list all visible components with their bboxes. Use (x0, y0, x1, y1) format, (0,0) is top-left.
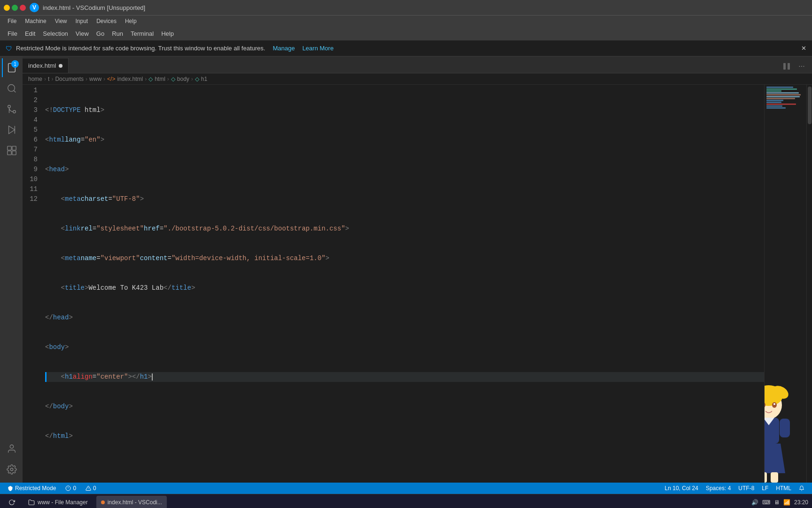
breadcrumb-home[interactable]: home (28, 76, 42, 82)
code-line-7: <title>Welcome To K423 Lab</title> (45, 283, 764, 293)
vm-menu-machine[interactable]: Machine (21, 17, 50, 25)
activity-settings[interactable] (2, 460, 21, 479)
bell-icon (799, 485, 804, 491)
vm-menu-help[interactable]: Help (121, 17, 141, 25)
menu-run[interactable]: Run (108, 28, 127, 39)
taskbar-refresh[interactable] (4, 496, 20, 508)
banner-close-button[interactable]: ✕ (801, 45, 806, 52)
editor-scrollbar[interactable] (806, 85, 812, 483)
menu-selection[interactable]: Selection (39, 28, 71, 39)
activity-explorer[interactable]: 1 (2, 58, 21, 77)
taskbar-display[interactable]: 🖥 (774, 499, 780, 506)
errors-status[interactable]: 0 (62, 485, 80, 492)
breadcrumb-documents[interactable]: Documents (55, 76, 84, 82)
code-line-3: <head> (45, 165, 764, 175)
menu-terminal[interactable]: Terminal (127, 28, 157, 39)
file-manager-label: www - File Manager (38, 499, 88, 506)
split-editor-button[interactable] (780, 60, 793, 73)
encoding[interactable]: UTF-8 (734, 485, 758, 492)
restricted-mode-status[interactable]: Restricted Mode (4, 485, 60, 492)
menu-go[interactable]: Go (93, 28, 108, 39)
breadcrumb-t[interactable]: t (48, 76, 49, 82)
shield-icon: 🛡 (6, 45, 12, 52)
more-actions-button[interactable]: ··· (795, 60, 808, 73)
learn-more-link[interactable]: Learn More (302, 45, 333, 52)
status-bar: Restricted Mode 0 0 Ln 10, Col 24 Space (0, 483, 812, 494)
taskbar-network[interactable]: 📶 (783, 499, 790, 506)
cursor-position[interactable]: Ln 10, Col 24 (661, 485, 702, 492)
activity-extensions[interactable] (2, 141, 21, 160)
line-numbers: 1 2 3 4 5 6 7 8 9 10 11 12 (23, 85, 41, 483)
menu-view[interactable]: View (72, 28, 93, 39)
minimap-line (766, 100, 783, 101)
breadcrumb-www[interactable]: www (89, 76, 102, 82)
svg-point-11 (10, 468, 13, 471)
svg-rect-9 (12, 151, 16, 155)
menu-file[interactable]: File (4, 28, 21, 39)
vm-menu-input[interactable]: Input (72, 17, 92, 25)
svg-rect-26 (771, 472, 778, 483)
vm-menu-view[interactable]: View (51, 17, 71, 25)
taskbar-volume[interactable]: 🔊 (751, 499, 758, 506)
minimap-line (766, 92, 799, 94)
breadcrumb-html-tag-icon: ◇ (148, 76, 153, 82)
refresh-icon (8, 499, 15, 506)
vm-menubar: File Machine View Input Devices Help (0, 15, 812, 26)
minimize-button[interactable] (4, 5, 10, 11)
activity-source-control[interactable] (2, 100, 21, 119)
svg-rect-24 (780, 419, 790, 437)
minimap-line (766, 94, 801, 95)
taskbar-editor[interactable]: index.html - VSCodi... (96, 496, 167, 508)
taskbar-file-manager[interactable]: www - File Manager (23, 496, 93, 508)
code-line-8: </head> (45, 313, 764, 323)
menu-edit[interactable]: Edit (21, 28, 39, 39)
svg-point-0 (8, 85, 15, 92)
activity-search[interactable] (2, 79, 21, 98)
anime-decoration (764, 360, 806, 483)
code-line-6: <meta name="viewport" content="width=dev… (45, 254, 764, 263)
close-button[interactable] (20, 5, 26, 11)
activity-account[interactable] (2, 439, 21, 458)
svg-point-21 (773, 403, 775, 405)
code-editor[interactable]: 1 2 3 4 5 6 7 8 9 10 11 12 <!DOCTYPE htm… (23, 85, 812, 483)
svg-rect-8 (8, 151, 11, 155)
code-line-4: <meta charset="UTF-8"> (45, 194, 764, 204)
minimap-line (766, 103, 796, 105)
editor-area: index.html ··· home › t (23, 56, 812, 483)
scrollbar-thumb[interactable] (808, 87, 812, 124)
error-count: 0 (73, 485, 76, 492)
anime-svg (764, 360, 806, 483)
warnings-status[interactable]: 0 (82, 485, 100, 492)
folder-icon (28, 499, 35, 506)
spaces-setting[interactable]: Spaces: 4 (702, 485, 734, 492)
breadcrumb-body[interactable]: body (177, 76, 189, 82)
breadcrumb-html-tag[interactable]: html (155, 76, 165, 82)
notification-bell[interactable] (795, 485, 808, 491)
minimap-line (766, 88, 797, 90)
manage-link[interactable]: Manage (273, 45, 295, 52)
vm-menu-file[interactable]: File (4, 17, 20, 25)
code-content[interactable]: <!DOCTYPE html> <html lang="en"> <head> … (41, 85, 764, 483)
taskbar-right: 🔊 ⌨ 🖥 📶 23:20 (751, 499, 808, 506)
vm-menu-devices[interactable]: Devices (93, 17, 120, 25)
active-line-indicator (45, 372, 47, 382)
breadcrumb-h1[interactable]: h1 (201, 76, 207, 82)
svg-marker-4 (9, 126, 15, 134)
taskbar: www - File Manager index.html - VSCodi..… (0, 494, 812, 508)
line-ending[interactable]: LF (758, 485, 772, 492)
svg-point-2 (13, 111, 16, 113)
editor-tab[interactable]: index.html (23, 58, 69, 73)
svg-point-17 (764, 385, 783, 406)
breadcrumb-index-html[interactable]: index.html (117, 76, 143, 82)
menu-help[interactable]: Help (157, 28, 178, 39)
maximize-button[interactable] (12, 5, 18, 11)
window-controls[interactable] (4, 5, 26, 11)
taskbar-keyboard[interactable]: ⌨ (762, 499, 770, 506)
language-mode[interactable]: HTML (772, 485, 795, 492)
activity-run[interactable] (2, 120, 21, 139)
warning-count: 0 (93, 485, 96, 492)
svg-point-3 (8, 105, 11, 108)
editor-task-dot (101, 500, 105, 504)
minimap (764, 85, 806, 483)
code-line-5: <link rel="stylesheet" href="./bootstrap… (45, 224, 764, 234)
